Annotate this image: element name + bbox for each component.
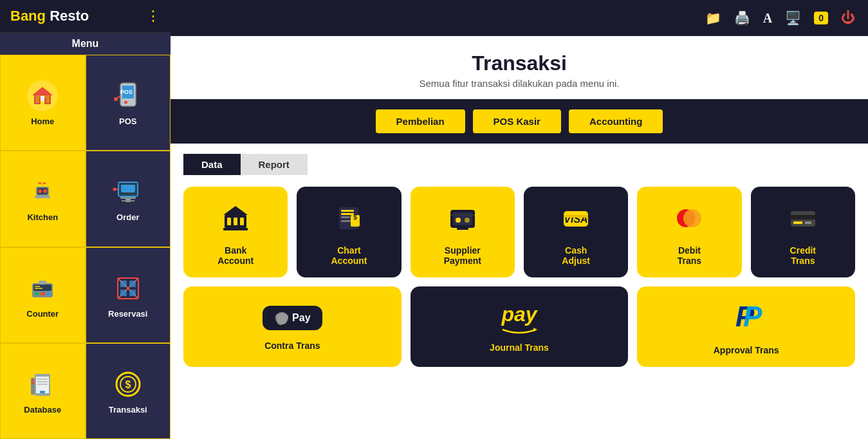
menu-label: Menu <box>0 33 171 55</box>
svg-text:$: $ <box>354 214 358 221</box>
svg-rect-53 <box>223 228 248 230</box>
card-bank-account[interactable]: BankAccount <box>183 187 288 277</box>
cash-adjust-icon: VISA <box>559 201 593 240</box>
svg-rect-11 <box>35 196 50 198</box>
card-contra-trans-label: Contra Trans <box>264 341 320 351</box>
svg-rect-50 <box>234 218 237 225</box>
notification-badge[interactable]: 0 <box>814 12 828 24</box>
svg-rect-74 <box>793 221 802 224</box>
font-icon[interactable]: A <box>763 11 772 26</box>
svg-rect-26 <box>39 281 46 285</box>
page-header: Transaksi Semua fitur transaksi dilakuka… <box>171 36 868 99</box>
monitor-icon[interactable]: 🖥️ <box>785 10 801 26</box>
tab-pembelian[interactable]: Pembelian <box>376 109 465 133</box>
svg-rect-22 <box>33 285 51 291</box>
sidebar-header: Bang Resto ⋮ <box>0 0 171 33</box>
sidebar-item-home-label: Home <box>31 117 54 126</box>
sidebar-item-reservasi-label: Reservasi <box>108 309 147 319</box>
tab-pos-kasir[interactable]: POS Kasir <box>473 109 561 133</box>
svg-marker-52 <box>223 206 248 215</box>
sidebar-item-reservasi[interactable]: Reservasi <box>86 247 171 343</box>
sidebar-item-kitchen[interactable]: Kitchen <box>0 151 86 247</box>
card-chart-account-label: ChartAccount <box>331 245 367 266</box>
svg-point-13 <box>43 189 47 193</box>
main-area: 📁 🖨️ A 🖥️ 0 ⏻ Transaksi Semua fitur tran… <box>171 0 868 439</box>
svg-rect-51 <box>240 218 244 225</box>
card-cash-adjust-label: CashAdjust <box>562 245 590 266</box>
sidebar-item-pos[interactable]: POS POS <box>86 55 171 151</box>
svg-rect-24 <box>41 292 45 295</box>
chart-account-icon: $ <box>331 201 366 240</box>
card-supplier-payment[interactable]: SupplierPayment <box>411 187 515 277</box>
card-debit-trans[interactable]: DebitTrans <box>637 187 741 277</box>
debit-trans-icon <box>672 201 706 240</box>
data-toggle: Data Report <box>171 144 868 180</box>
sidebar-item-database[interactable]: Database <box>0 343 86 439</box>
bank-icon <box>218 201 253 240</box>
svg-text:$: $ <box>125 379 131 390</box>
card-debit-trans-label: DebitTrans <box>678 245 701 266</box>
sidebar-item-database-label: Database <box>24 405 61 415</box>
sidebar-item-transaksi-label: Transaksi <box>109 405 147 415</box>
svg-rect-34 <box>120 290 127 296</box>
menu-toggle-icon[interactable]: ⋮ <box>146 8 160 24</box>
card-credit-trans-label: CreditTrans <box>790 245 816 266</box>
credit-trans-icon <box>786 201 820 240</box>
supplier-payment-icon <box>445 201 480 240</box>
svg-rect-58 <box>341 220 351 222</box>
tab-accounting[interactable]: Accounting <box>569 109 663 133</box>
counter-icon <box>26 272 59 305</box>
svg-rect-66 <box>457 228 468 230</box>
svg-rect-41 <box>40 391 45 393</box>
svg-rect-69 <box>564 215 588 218</box>
svg-point-7 <box>114 97 118 101</box>
kitchen-icon <box>26 175 59 209</box>
folder-icon[interactable]: 📁 <box>705 10 721 26</box>
topbar: 📁 🖨️ A 🖥️ 0 ⏻ <box>171 0 868 36</box>
transaksi-icon: $ <box>111 368 145 401</box>
card-contra-trans[interactable]: Pay Contra Trans <box>183 286 402 367</box>
card-approval-trans-label: Approval Trans <box>714 345 779 355</box>
svg-rect-32 <box>120 281 127 287</box>
tab-section: Pembelian POS Kasir Accounting <box>171 99 868 144</box>
svg-rect-43 <box>32 379 34 381</box>
database-icon <box>26 368 59 401</box>
printer-icon[interactable]: 🖨️ <box>734 10 750 26</box>
logo: Bang Resto <box>10 8 89 24</box>
power-icon[interactable]: ⏻ <box>841 10 855 26</box>
page-subtitle: Semua fitur transaksi dilakukan pada men… <box>171 78 868 89</box>
svg-text:POS: POS <box>120 89 133 95</box>
card-journal-trans[interactable]: pay Journal Trans <box>411 286 629 367</box>
reservasi-icon <box>111 272 145 305</box>
svg-text:P: P <box>743 301 762 332</box>
card-credit-trans[interactable]: CreditTrans <box>751 187 855 277</box>
svg-rect-56 <box>341 213 354 215</box>
sidebar-item-home[interactable]: Home <box>0 55 86 151</box>
sidebar-item-counter[interactable]: Counter <box>0 247 86 343</box>
journal-trans-icon: pay <box>500 304 539 335</box>
svg-rect-73 <box>791 215 815 220</box>
contra-trans-icon: Pay <box>263 306 322 330</box>
svg-rect-33 <box>129 281 136 287</box>
sidebar-item-transaksi[interactable]: $ Transaksi <box>86 343 171 439</box>
home-icon <box>26 79 59 113</box>
sidebar-item-pos-label: POS <box>119 117 136 126</box>
approval-trans-icon: P P <box>729 301 764 340</box>
page-title: Transaksi <box>171 51 868 75</box>
sidebar-item-counter-label: Counter <box>26 309 59 319</box>
card-cash-adjust[interactable]: VISA CashAdjust <box>524 187 628 277</box>
card-approval-trans[interactable]: P P Approval Trans <box>637 286 855 367</box>
card-bank-account-label: BankAccount <box>217 245 254 266</box>
sidebar-item-order-label: Order <box>116 212 139 222</box>
sidebar-grid: Home POS POS <box>0 55 171 439</box>
toggle-data[interactable]: Data <box>183 154 241 175</box>
sidebar-item-order[interactable]: Order <box>86 151 171 247</box>
svg-point-12 <box>38 189 42 193</box>
svg-point-20 <box>113 188 116 191</box>
svg-rect-44 <box>32 382 34 384</box>
cards-section: BankAccount $ <box>171 180 868 389</box>
sidebar-item-kitchen-label: Kitchen <box>27 212 58 222</box>
card-chart-account[interactable]: $ ChartAccount <box>297 187 401 277</box>
toggle-report[interactable]: Report <box>241 154 308 175</box>
sidebar: Bang Resto ⋮ Menu Home <box>0 0 171 439</box>
